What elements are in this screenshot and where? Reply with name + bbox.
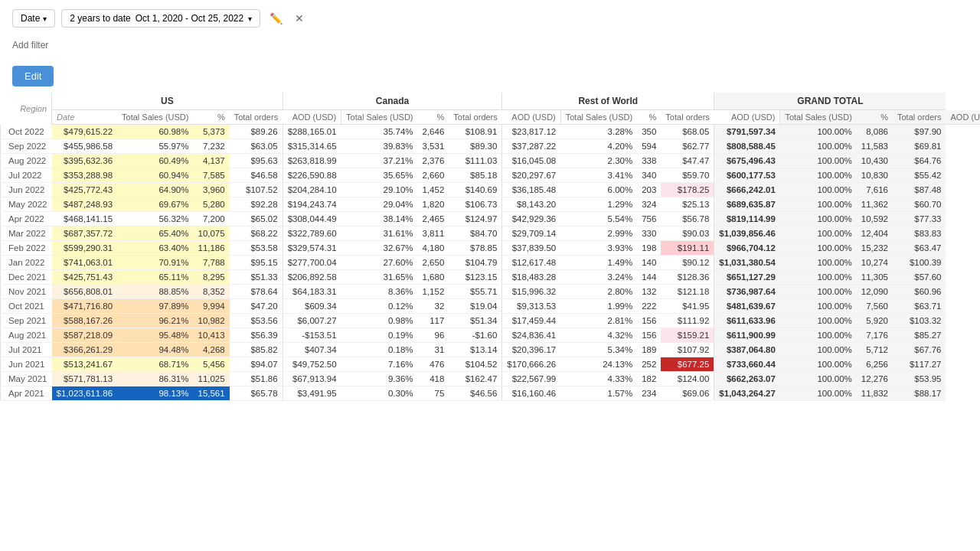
date-filter-button[interactable]: Date ▾ [12,9,55,28]
row-pct-header: % [637,110,661,125]
row-orders-cell: 156 [637,314,661,328]
ca-orders-cell: 31 [418,343,449,357]
us-orders-cell: 7,788 [193,256,229,270]
ca-sales-cell: $407.34 [283,343,341,357]
date-cell: Apr 2021 [1,386,52,401]
gt-pct-header: % [857,110,893,125]
ca-pct-cell: 8.36% [341,285,418,299]
row-aod-cell: $159.21 [661,328,714,343]
gt-aod-cell: $103.32 [893,314,946,328]
table-row: Dec 2021 $425,751.43 65.11% 8,295 $51.33… [1,270,981,285]
ca-orders-cell: 2,376 [418,154,449,168]
row-sales-cell: $9,313.53 [502,299,560,314]
row-pct-cell: 5.54% [560,212,637,227]
ca-orders-cell: 75 [418,386,449,401]
ca-sales-header: Total Sales (USD) [341,110,418,125]
gt-aod-cell: $77.33 [893,212,946,227]
row-sales-cell: $23,817.12 [502,125,560,139]
gt-pct-cell: 100.00% [780,285,857,299]
range-value: Oct 1, 2020 - Oct 25, 2022 [136,13,243,24]
gt-orders-cell: 11,362 [857,197,893,212]
ca-aod-cell: $104.52 [449,357,501,372]
add-filter-link[interactable]: Add filter [12,40,48,51]
row-orders-cell: 324 [637,197,661,212]
ca-sales-cell: $49,752.50 [283,357,341,372]
gt-sales-cell: $689,635.87 [714,197,780,212]
us-sales-cell: $353,288.98 [52,168,118,183]
us-orders-cell: 4,268 [193,343,229,357]
ca-orders-cell: 4,180 [418,241,449,256]
ca-orders-cell: 2,650 [418,256,449,270]
gt-aod-cell: $67.76 [893,343,946,357]
us-pct-cell: 86.31% [117,372,193,386]
edit-filter-icon[interactable]: ✏️ [266,11,286,26]
gt-sales-cell: $600,177.53 [714,168,780,183]
us-pct-cell: 70.91% [117,256,193,270]
us-aod-cell: $95.15 [230,256,283,270]
gt-orders-cell: 12,276 [857,372,893,386]
ca-aod-cell: $104.79 [449,256,501,270]
us-sales-cell: $599,290.31 [52,241,118,256]
gt-pct-cell: 100.00% [780,168,857,183]
us-orders-cell: 7,585 [193,168,229,183]
canada-group-header: Canada [283,93,502,110]
row-orders-cell: 340 [637,168,661,183]
date-cell: Jan 2022 [1,256,52,270]
gt-pct-cell: 100.00% [780,256,857,270]
gt-sales-cell: $1,039,856.46 [714,227,780,241]
sales-table: Region US Canada Rest of World GRAND TOT… [0,93,980,401]
row-pct-cell: 2.99% [560,227,637,241]
gt-aod-cell: $60.70 [893,197,946,212]
table-row: Oct 2021 $471,716.80 97.89% 9,994 $47.20… [1,299,981,314]
us-aod-cell: $65.78 [230,386,283,401]
gt-aod-cell: $117.27 [893,357,946,372]
ca-orders-cell: 476 [418,357,449,372]
ca-orders-cell: 3,531 [418,139,449,154]
table-row: Feb 2022 $599,290.31 63.40% 11,186 $53.5… [1,241,981,256]
row-sales-cell: $24,836.41 [502,328,560,343]
ca-pct-cell: 35.74% [341,125,418,139]
table-row: Aug 2021 $587,218.09 95.48% 10,413 $56.3… [1,328,981,343]
row-aod-cell: $25.13 [661,197,714,212]
gt-pct-cell: 100.00% [780,270,857,285]
gt-sales-cell: $387,064.80 [714,343,780,357]
ca-sales-cell: $3,491.95 [283,386,341,401]
gt-aod-cell: $85.27 [893,328,946,343]
us-aod-cell: $107.52 [230,183,283,197]
ca-sales-cell: $67,913.94 [283,372,341,386]
ca-pct-header: % [418,110,449,125]
gt-sales-cell: $966,704.12 [714,241,780,256]
row-pct-cell: 24.13% [560,357,637,372]
ca-orders-cell: 117 [418,314,449,328]
range-label: 2 years to date [70,13,130,24]
date-range-button[interactable]: 2 years to date Oct 1, 2020 - Oct 25, 20… [61,9,260,28]
ca-sales-cell: $315,314.65 [283,139,341,154]
row-orders-cell: 222 [637,299,661,314]
date-col-header: Date [52,110,118,125]
edit-button[interactable]: Edit [12,66,54,86]
gt-pct-cell: 100.00% [780,386,857,401]
us-orders-header: Total orders [230,110,283,125]
ca-sales-cell: $226,590.88 [283,168,341,183]
us-sales-cell: $571,781.13 [52,372,118,386]
table-row: Apr 2022 $468,141.15 56.32% 7,200 $65.02… [1,212,981,227]
us-sales-header: Total Sales (USD) [117,110,193,125]
add-filter-section: Add filter [0,37,980,60]
remove-filter-icon[interactable]: ✕ [292,11,307,26]
gt-sales-cell: $611,633.96 [714,314,780,328]
us-sales-cell: $366,261.29 [52,343,118,357]
gt-sales-cell: $611,900.99 [714,328,780,343]
ca-pct-cell: 39.83% [341,139,418,154]
row-aod-cell: $111.92 [661,314,714,328]
us-sales-cell: $395,632.36 [52,154,118,168]
date-cell: Sep 2021 [1,314,52,328]
date-filter-label: Date [21,13,40,24]
ca-orders-cell: 2,660 [418,168,449,183]
gt-sales-cell: $481,639.67 [714,299,780,314]
ca-aod-cell: $55.71 [449,285,501,299]
gt-pct-cell: 100.00% [780,357,857,372]
us-pct-header: % [193,110,229,125]
gt-orders-header: Total orders [893,110,946,125]
gt-aod-cell: $63.71 [893,299,946,314]
gt-orders-cell: 11,832 [857,386,893,401]
